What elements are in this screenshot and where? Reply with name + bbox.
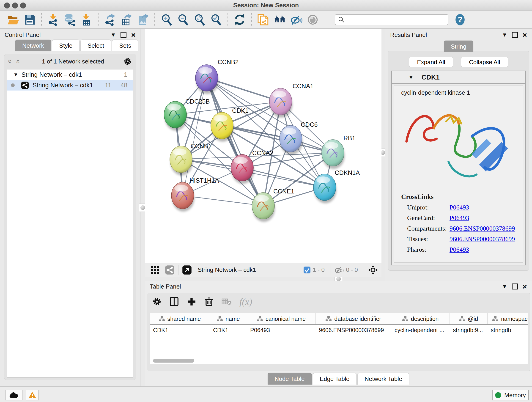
network-options-gear-icon[interactable] xyxy=(123,57,132,65)
tab-sets[interactable]: Sets xyxy=(112,40,138,51)
float-panel-icon[interactable] xyxy=(512,283,518,289)
first-neighbors-button[interactable] xyxy=(273,13,286,26)
close-panel-icon[interactable]: × xyxy=(522,283,527,290)
import-table-file-button[interactable] xyxy=(80,13,93,26)
delete-table-button[interactable] xyxy=(222,298,232,306)
zoom-in-button[interactable] xyxy=(160,13,173,26)
float-panel-icon[interactable] xyxy=(512,32,518,38)
cell[interactable]: stringdb:9... xyxy=(450,325,488,335)
selected-checkbox-icon[interactable] xyxy=(303,266,311,274)
network-graph[interactable]: CCNB2CCNA1CDC25BCDK1CDC6RB1CCNB1CCNA2CDK… xyxy=(145,29,381,263)
export-table-button[interactable] xyxy=(120,13,133,26)
memory-button[interactable]: Memory xyxy=(492,390,529,400)
network-share-icon[interactable] xyxy=(165,265,175,275)
open-session-button[interactable] xyxy=(7,13,20,26)
detach-view-icon[interactable] xyxy=(182,265,192,275)
column-header-description[interactable]: description xyxy=(391,313,450,324)
zoom-fit-button[interactable] xyxy=(193,13,206,26)
tab-select[interactable]: Select xyxy=(80,40,111,51)
collapse-all-button[interactable]: Collapse All xyxy=(461,57,508,67)
table-row[interactable]: CDK1CDK1P064939606.ENSP00000378699cyclin… xyxy=(150,325,528,335)
cloud-button[interactable] xyxy=(5,390,22,400)
tab-node-table[interactable]: Node Table xyxy=(268,373,312,385)
crosslink-link[interactable]: P06493 xyxy=(450,246,469,253)
panel-menu-icon[interactable]: ▼ xyxy=(502,32,507,38)
expand-all-networks-icon[interactable]: » xyxy=(6,60,14,64)
tab-string[interactable]: String xyxy=(444,41,474,52)
export-image-button[interactable] xyxy=(136,13,150,26)
show-columns-button[interactable] xyxy=(169,297,179,306)
import-network-file-button[interactable] xyxy=(47,13,60,26)
close-panel-icon[interactable]: × xyxy=(522,31,527,39)
node-CDK1[interactable]: CDK1 xyxy=(211,107,249,142)
crosslink-link[interactable]: P06493 xyxy=(450,214,469,222)
cell[interactable]: stringdb xyxy=(488,325,528,335)
close-window-button[interactable] xyxy=(4,2,10,8)
protein-card-header[interactable]: ▼ CDK1 xyxy=(392,71,525,84)
toolbar-search[interactable] xyxy=(335,14,448,25)
node-RB1[interactable]: RB1 xyxy=(322,135,355,169)
horizontal-scrollbar[interactable] xyxy=(153,359,194,363)
cell[interactable]: 9606.ENSP00000378699 xyxy=(316,325,391,335)
import-network-database-button[interactable] xyxy=(63,13,76,26)
cell[interactable]: P06493 xyxy=(247,325,316,335)
node-CCNB1[interactable]: CCNB1 xyxy=(170,143,212,175)
cell[interactable]: cyclin-dependent ... xyxy=(391,325,450,335)
table-options-button[interactable] xyxy=(152,297,162,306)
column-header-namespace[interactable]: namespace xyxy=(488,313,528,324)
protein-expander-icon[interactable]: ▼ xyxy=(408,74,414,80)
apply-function-button[interactable]: f(x) xyxy=(239,296,252,307)
birds-eye-grid-icon[interactable] xyxy=(151,265,160,274)
crosslink-link[interactable]: P06493 xyxy=(450,204,469,211)
add-column-button[interactable] xyxy=(187,297,196,306)
search-input[interactable] xyxy=(347,16,445,23)
help-button[interactable]: ? xyxy=(453,13,467,26)
zoom-selected-button[interactable] xyxy=(209,13,223,26)
warnings-button[interactable] xyxy=(26,390,39,400)
close-panel-icon[interactable]: × xyxy=(131,31,136,39)
node-CCNE1[interactable]: CCNE1 xyxy=(252,188,294,222)
zoom-window-button[interactable] xyxy=(20,2,26,8)
show-all-button[interactable] xyxy=(306,13,319,26)
cell[interactable]: CDK1 xyxy=(210,325,247,335)
refresh-button[interactable] xyxy=(233,13,246,26)
column-header--id[interactable]: @id xyxy=(450,313,488,324)
node-CDC6[interactable]: CDC6 xyxy=(279,121,318,155)
minimize-window-button[interactable] xyxy=(12,2,18,8)
edge-CCNA2-CDKN1A[interactable] xyxy=(242,168,325,187)
column-header-database-identifier[interactable]: database identifier xyxy=(316,313,391,324)
node-HIST1H1A[interactable]: HIST1H1A xyxy=(171,177,219,211)
clone-network-button[interactable] xyxy=(257,13,270,26)
crosslink-link[interactable]: 9606.ENSP00000378699 xyxy=(450,225,515,232)
tab-style[interactable]: Style xyxy=(52,40,80,51)
column-header-canonical-name[interactable]: canonical name xyxy=(247,313,316,324)
save-session-button[interactable] xyxy=(23,13,36,26)
window-controls[interactable] xyxy=(4,2,26,8)
edge-HIST1H1A-CCNE1[interactable] xyxy=(183,196,263,206)
collapse-all-networks-icon[interactable]: » xyxy=(13,60,21,64)
network-collection-row[interactable]: ▼ String Network – cdk1 1 xyxy=(7,70,133,80)
crosslink-link[interactable]: 9606.ENSP00000378699 xyxy=(450,235,515,243)
tab-network[interactable]: Network xyxy=(15,40,51,51)
edge-CCNB2-CCNE1[interactable] xyxy=(207,78,263,206)
panel-menu-icon[interactable]: ▼ xyxy=(502,284,507,289)
hidden-eye-icon[interactable] xyxy=(335,266,344,274)
float-panel-icon[interactable] xyxy=(120,32,127,38)
export-network-button[interactable] xyxy=(103,13,117,26)
node-CCNB2[interactable]: CCNB2 xyxy=(196,59,239,94)
node-CDKN1A[interactable]: CDKN1A xyxy=(313,169,360,203)
panel-menu-icon[interactable]: ▼ xyxy=(110,32,116,38)
tab-edge-table[interactable]: Edge Table xyxy=(313,373,357,385)
cell[interactable]: CDK1 xyxy=(150,325,210,335)
network-row[interactable]: String Network – cdk1 11 48 xyxy=(7,80,133,90)
delete-column-button[interactable] xyxy=(204,297,214,306)
hide-selected-button[interactable] xyxy=(290,13,303,26)
expand-all-button[interactable]: Expand All xyxy=(409,57,453,67)
column-header-shared-name[interactable]: shared name xyxy=(150,313,210,324)
edge-CDK1-RB1[interactable] xyxy=(222,126,333,153)
tab-network-table[interactable]: Network Table xyxy=(357,373,409,385)
column-header-name[interactable]: name xyxy=(210,313,247,324)
crosshair-pan-icon[interactable] xyxy=(368,265,378,275)
network-canvas[interactable]: CCNB2CCNA1CDC25BCDK1CDC6RB1CCNB1CCNA2CDK… xyxy=(145,29,381,263)
zoom-out-button[interactable] xyxy=(177,13,190,26)
